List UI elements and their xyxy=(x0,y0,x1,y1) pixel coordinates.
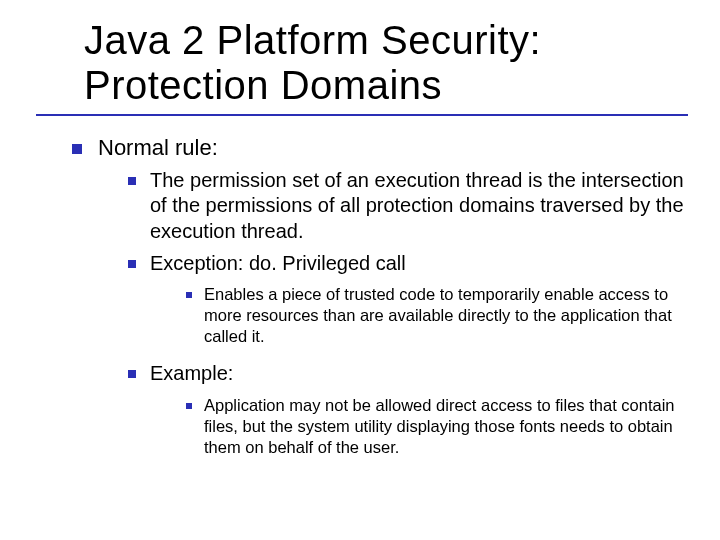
lvl2-text: Example: xyxy=(150,361,684,387)
square-bullet-icon xyxy=(186,292,192,298)
lvl2-text: The permission set of an execution threa… xyxy=(150,168,684,245)
lvl1-text: Normal rule: xyxy=(98,134,684,162)
lvl2-text: Exception: do. Privileged call xyxy=(150,251,684,277)
title-underline xyxy=(36,114,688,116)
bullet-lvl3-application: Application may not be allowed direct ac… xyxy=(186,395,684,458)
slide-container: Java 2 Platform Security: Protection Dom… xyxy=(0,0,720,540)
title-line-2: Protection Domains xyxy=(84,63,442,107)
square-bullet-icon xyxy=(128,177,136,185)
slide-title: Java 2 Platform Security: Protection Dom… xyxy=(84,18,684,108)
bullet-lvl2-exception: Exception: do. Privileged call xyxy=(128,251,684,277)
lvl3-text: Application may not be allowed direct ac… xyxy=(204,395,684,458)
spacer xyxy=(36,276,684,280)
bullet-lvl1-normal-rule: Normal rule: xyxy=(72,134,684,162)
bullet-lvl3-enables: Enables a piece of trusted code to tempo… xyxy=(186,284,684,347)
square-bullet-icon xyxy=(128,370,136,378)
bullet-lvl2-permission-set: The permission set of an execution threa… xyxy=(128,168,684,245)
title-line-1: Java 2 Platform Security: xyxy=(84,18,541,62)
lvl3-text: Enables a piece of trusted code to tempo… xyxy=(204,284,684,347)
bullet-lvl2-example: Example: xyxy=(128,361,684,387)
spacer xyxy=(36,347,684,355)
square-bullet-icon xyxy=(72,144,82,154)
square-bullet-icon xyxy=(128,260,136,268)
spacer xyxy=(36,387,684,391)
square-bullet-icon xyxy=(186,403,192,409)
